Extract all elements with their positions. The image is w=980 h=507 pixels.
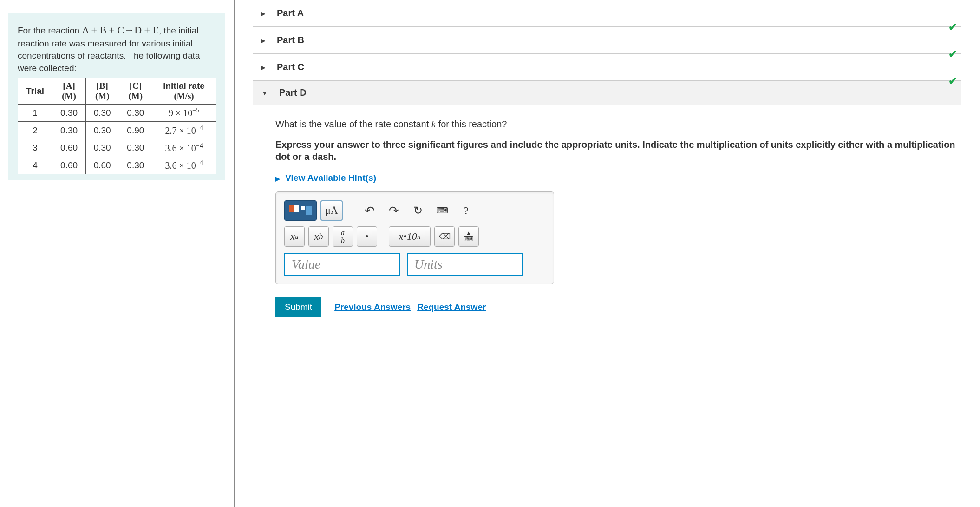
keyboard-up-icon: ▲⌨ — [464, 230, 474, 243]
templates-button[interactable] — [284, 200, 317, 221]
units-symbols-label: μÅ — [325, 204, 338, 217]
superscript-button[interactable]: xa — [284, 226, 305, 247]
backspace-icon: ⌫ — [439, 231, 451, 242]
view-hints-link[interactable]: ▶ View Available Hint(s) — [275, 173, 961, 183]
undo-button[interactable]: ↶ — [359, 200, 380, 221]
problem-panel: For the reaction A + B + C→D + E, the in… — [0, 0, 235, 507]
question-text: What is the value of the rate constant k… — [275, 119, 961, 130]
part-a-label: Part A — [277, 8, 304, 19]
caret-right-icon: ▶ — [275, 175, 280, 182]
units-symbols-button[interactable]: μÅ — [320, 200, 343, 221]
part-d-body: What is the value of the rate constant k… — [253, 105, 961, 317]
units-placeholder: Units — [414, 257, 443, 272]
th-trial: Trial — [18, 78, 52, 104]
keyboard-icon: ⌨ — [436, 205, 448, 216]
toolbar-divider — [383, 227, 383, 246]
part-c-label: Part C — [277, 62, 304, 72]
templates-icon — [301, 205, 313, 216]
request-answer-link[interactable]: Request Answer — [417, 302, 486, 312]
th-c: [C](M) — [119, 78, 152, 104]
value-placeholder: Value — [292, 257, 320, 272]
part-d-label: Part D — [279, 87, 307, 98]
table-body: 1 0.30 0.30 0.30 9 × 10−5 2 0.30 0.30 0.… — [18, 104, 216, 174]
instruction-text: Express your answer to three significant… — [275, 138, 961, 163]
problem-intro-pre: For the reaction — [18, 26, 82, 35]
caret-right-icon: ▶ — [261, 37, 266, 44]
redo-button[interactable]: ↷ — [384, 200, 404, 221]
submit-button[interactable]: Submit — [275, 297, 321, 317]
input-row: Value Units — [284, 253, 545, 276]
problem-equation: A + B + C→D + E — [82, 24, 159, 36]
part-b-label: Part B — [277, 35, 304, 46]
dot-button[interactable]: • — [357, 226, 377, 247]
part-a-header[interactable]: ▶ Part A ✔ — [253, 0, 961, 26]
toolbar-row-1: μÅ ↶ ↷ ↻ ⌨ ? — [284, 200, 545, 221]
fraction-button[interactable]: ab — [333, 226, 353, 247]
data-table: Trial [A](M) [B](M) [C](M) Initial rate(… — [18, 78, 216, 175]
th-b: [B](M) — [85, 78, 119, 104]
th-rate: Initial rate(M/s) — [152, 78, 216, 104]
table-row: 4 0.60 0.60 0.30 3.6 × 10−4 — [18, 157, 216, 174]
part-b-header[interactable]: ▶ Part B ✔ — [253, 27, 961, 53]
reset-button[interactable]: ↻ — [408, 200, 428, 221]
part-c-header[interactable]: ▶ Part C ✔ — [253, 54, 961, 80]
units-input[interactable]: Units — [407, 253, 523, 276]
problem-statement: For the reaction A + B + C→D + E, the in… — [18, 23, 216, 75]
parts-panel: ▶ Part A ✔ ▶ Part B ✔ ▶ Part C ✔ ▼ Part … — [235, 0, 980, 507]
scientific-notation-button[interactable]: x•10n — [389, 226, 431, 247]
caret-right-icon: ▶ — [261, 10, 266, 17]
keyboard-button[interactable]: ⌨ — [432, 200, 452, 221]
caret-down-icon: ▼ — [261, 89, 268, 97]
toolbar-row-2: xa xb ab • x•10n ⌫ ▲⌨ — [284, 226, 545, 247]
backspace-button[interactable]: ⌫ — [434, 226, 455, 247]
help-button[interactable]: ? — [456, 200, 477, 221]
subscript-button[interactable]: xb — [308, 226, 329, 247]
table-row: 2 0.30 0.30 0.90 2.7 × 10−4 — [18, 122, 216, 139]
keyboard-shortcuts-button[interactable]: ▲⌨ — [458, 226, 479, 247]
previous-answers-link[interactable]: Previous Answers — [334, 302, 411, 312]
answer-entry-box: μÅ ↶ ↷ ↻ ⌨ ? xa xb ab — [275, 191, 554, 284]
templates-icon — [288, 204, 300, 217]
th-a: [A](M) — [52, 78, 86, 104]
value-input[interactable]: Value — [284, 253, 400, 276]
button-row: Submit Previous Answers Request Answer — [275, 297, 961, 317]
table-row: 1 0.30 0.30 0.30 9 × 10−5 — [18, 104, 216, 122]
caret-right-icon: ▶ — [261, 64, 266, 71]
problem-box: For the reaction A + B + C→D + E, the in… — [8, 13, 225, 180]
check-icon: ✔ — [948, 75, 957, 87]
hint-label: View Available Hint(s) — [285, 173, 376, 183]
table-row: 3 0.60 0.30 0.30 3.6 × 10−4 — [18, 139, 216, 157]
part-d-header[interactable]: ▼ Part D — [253, 81, 961, 105]
